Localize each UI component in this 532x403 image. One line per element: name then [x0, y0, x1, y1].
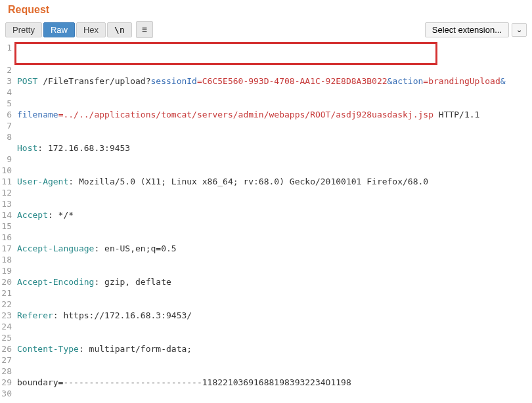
tab-hex[interactable]: Hex [76, 22, 106, 37]
extension-dropdown-icon[interactable]: ⌄ [512, 23, 527, 37]
highlight-box [14, 42, 437, 65]
tab-pretty[interactable]: Pretty [5, 22, 42, 37]
tab-newline[interactable]: \n [107, 22, 132, 37]
menu-icon[interactable]: ≡ [136, 21, 153, 38]
code-content[interactable]: POST /FileTransfer/upload?sessionId=C6C5… [14, 42, 532, 403]
extension-select[interactable]: Select extension... [425, 22, 509, 37]
panel-title: Request [8, 4, 49, 15]
tab-raw[interactable]: Raw [43, 22, 75, 37]
code-area[interactable]: 1234567891011121314151617181920212223242… [0, 41, 532, 403]
line-gutter: 1234567891011121314151617181920212223242… [0, 42, 14, 403]
toolbar: Pretty Raw Hex \n ≡ Select extension... … [0, 18, 532, 41]
http-method: POST [17, 76, 37, 86]
